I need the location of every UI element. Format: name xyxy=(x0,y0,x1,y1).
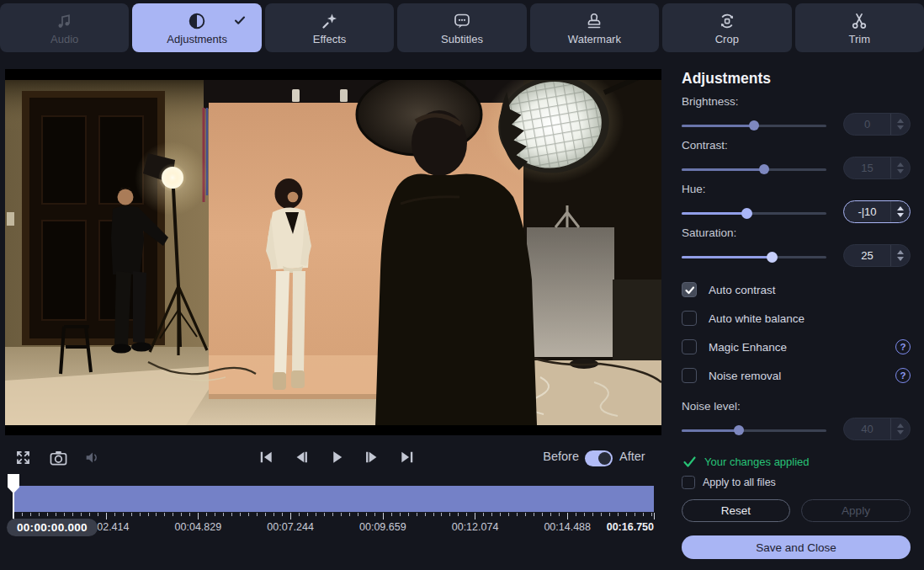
skip-start-button[interactable] xyxy=(255,446,277,468)
time-label: 00:07.244 xyxy=(267,521,314,533)
app-window: Audio Adjustments Effects xyxy=(0,0,924,570)
after-label: After xyxy=(619,450,645,463)
magic-enhance-checkbox[interactable]: Magic Enhance xyxy=(682,339,787,354)
slider-handle[interactable] xyxy=(734,425,744,435)
saturation-input[interactable]: 25 xyxy=(843,244,911,267)
reset-button[interactable]: Reset xyxy=(682,499,790,522)
hue-spinner[interactable] xyxy=(890,201,910,222)
brightness-input[interactable]: 0 xyxy=(843,113,911,136)
frame-back-button[interactable] xyxy=(290,446,312,468)
skip-end-icon xyxy=(398,449,417,466)
noise-removal-checkbox[interactable]: Noise removal xyxy=(682,368,781,383)
time-label: 00:14.488 xyxy=(544,521,591,533)
video-frame xyxy=(5,69,661,435)
brightness-spinner[interactable] xyxy=(890,114,910,135)
snapshot-button[interactable] xyxy=(49,450,68,466)
auto-contrast-checkbox[interactable]: Auto contrast xyxy=(682,282,776,297)
hue-label: Hue: xyxy=(682,183,706,195)
panel-title: Adjustments xyxy=(682,70,771,88)
saturation-slider[interactable] xyxy=(682,251,826,263)
contrast-icon xyxy=(187,11,207,31)
tab-label: Subtitles xyxy=(441,33,483,45)
noise-level-slider[interactable] xyxy=(682,424,826,436)
checkbox-box[interactable] xyxy=(682,282,697,297)
contrast-slider[interactable] xyxy=(682,163,826,175)
tab-watermark[interactable]: Watermark xyxy=(530,3,659,52)
music-note-icon xyxy=(55,11,75,31)
tab-label: Watermark xyxy=(568,33,621,45)
play-icon xyxy=(327,449,346,466)
fullscreen-icon xyxy=(14,449,32,466)
tab-effects[interactable]: Effects xyxy=(265,3,394,52)
noise-level-label: Noise level: xyxy=(682,400,741,413)
volume-icon xyxy=(83,449,102,466)
status-message: Your changes applied xyxy=(683,455,810,468)
frame-forward-button[interactable] xyxy=(361,446,383,468)
before-label: Before xyxy=(537,450,579,463)
checkbox-box[interactable] xyxy=(682,476,695,489)
frame-back-icon xyxy=(292,449,311,466)
contrast-spinner[interactable] xyxy=(890,157,910,178)
play-button[interactable] xyxy=(326,446,348,468)
auto-white-balance-checkbox[interactable]: Auto white balance xyxy=(682,311,805,326)
hue-input[interactable]: -|10 xyxy=(843,200,911,223)
checkbox-box[interactable] xyxy=(682,368,697,383)
saturation-label: Saturation: xyxy=(682,226,736,239)
apply-button[interactable]: Apply xyxy=(801,499,911,522)
apply-to-all-checkbox[interactable]: Apply to all files xyxy=(682,476,776,489)
tab-label: Audio xyxy=(50,33,78,45)
tab-crop[interactable]: Crop xyxy=(662,3,791,52)
slider-handle[interactable] xyxy=(767,252,778,263)
timeline-ruler xyxy=(13,513,654,520)
tab-adjustments[interactable]: Adjustments xyxy=(132,3,261,52)
slider-handle[interactable] xyxy=(749,120,759,131)
before-after-toggle[interactable] xyxy=(585,450,613,466)
tab-label: Trim xyxy=(848,33,870,45)
saturation-spinner[interactable] xyxy=(890,245,910,266)
tab-label: Adjustments xyxy=(167,33,227,45)
stamp-icon xyxy=(584,11,604,31)
end-time-label: 00:16.750 xyxy=(607,521,654,533)
contrast-label: Contrast: xyxy=(682,139,728,152)
time-label: 00:04.829 xyxy=(175,521,222,533)
current-time-badge: 00:00:00.000 xyxy=(7,519,98,536)
video-preview[interactable] xyxy=(5,69,661,435)
toggle-knob xyxy=(598,452,611,465)
tab-subtitles[interactable]: Subtitles xyxy=(397,3,526,52)
tab-audio[interactable]: Audio xyxy=(0,3,129,52)
volume-button[interactable] xyxy=(83,449,102,466)
slider-handle[interactable] xyxy=(741,208,752,219)
toolbar: Audio Adjustments Effects xyxy=(0,3,924,52)
tab-trim[interactable]: Trim xyxy=(795,3,924,52)
checkbox-box[interactable] xyxy=(682,311,697,326)
slider-handle[interactable] xyxy=(759,164,769,174)
timeline-labels: 00:02.414 00:04.829 00:07.244 00:09.659 … xyxy=(13,520,654,535)
skip-end-button[interactable] xyxy=(396,446,418,468)
crop-rotate-icon xyxy=(717,11,737,31)
timeline-track[interactable] xyxy=(13,486,654,512)
time-label: 00:12.074 xyxy=(452,521,499,533)
playback-controls xyxy=(255,446,418,468)
save-and-close-button[interactable]: Save and Close xyxy=(682,535,911,559)
speech-bubble-icon xyxy=(452,11,472,31)
status-check-icon xyxy=(683,456,696,467)
skip-start-icon xyxy=(257,449,275,466)
check-icon xyxy=(684,285,695,296)
magic-wand-icon xyxy=(320,11,340,31)
hue-slider[interactable] xyxy=(682,207,826,219)
brightness-label: Brightness: xyxy=(682,95,739,108)
scissors-icon xyxy=(849,11,869,31)
brightness-slider[interactable] xyxy=(682,120,826,131)
frame-forward-icon xyxy=(363,449,381,466)
noise-spinner[interactable] xyxy=(890,418,910,439)
magic-enhance-help-icon[interactable]: ? xyxy=(895,339,911,354)
applied-check-icon xyxy=(233,13,247,27)
contrast-input[interactable]: 15 xyxy=(843,157,911,179)
tab-label: Effects xyxy=(313,33,347,45)
checkbox-box[interactable] xyxy=(682,339,697,354)
noise-level-input[interactable]: 40 xyxy=(843,418,911,440)
fullscreen-button[interactable] xyxy=(14,449,32,466)
camera-icon xyxy=(49,450,68,466)
time-label: 00:09.659 xyxy=(359,521,406,533)
noise-removal-help-icon[interactable]: ? xyxy=(895,368,911,383)
